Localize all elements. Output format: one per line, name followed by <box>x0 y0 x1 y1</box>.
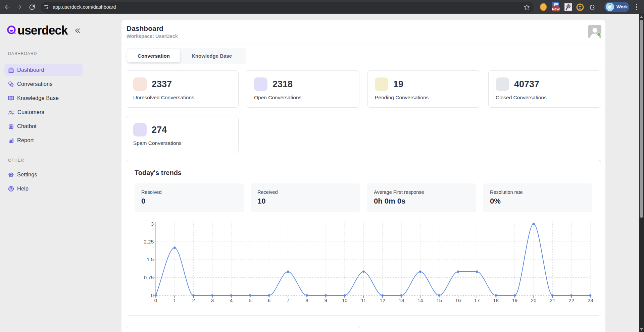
svg-text:14: 14 <box>417 297 423 303</box>
svg-text:0: 0 <box>151 292 154 298</box>
svg-text:23: 23 <box>588 297 593 303</box>
svg-text:1.5: 1.5 <box>147 257 154 262</box>
svg-text:17: 17 <box>474 297 480 303</box>
svg-text:2.25: 2.25 <box>144 239 154 244</box>
svg-text:10: 10 <box>342 297 348 303</box>
svg-text:2: 2 <box>192 297 195 303</box>
svg-text:20: 20 <box>531 297 537 303</box>
svg-text:13: 13 <box>399 297 404 303</box>
svg-text:8: 8 <box>305 297 308 303</box>
svg-text:9: 9 <box>325 297 327 303</box>
svg-text:5: 5 <box>249 297 251 303</box>
svg-text:1: 1 <box>173 297 176 303</box>
svg-text:6: 6 <box>268 297 270 303</box>
svg-text:18: 18 <box>493 297 499 303</box>
svg-text:11: 11 <box>361 297 366 303</box>
svg-text:4: 4 <box>230 297 233 303</box>
svg-text:0: 0 <box>154 297 157 303</box>
svg-text:3: 3 <box>151 221 154 227</box>
svg-text:15: 15 <box>436 297 442 303</box>
svg-text:19: 19 <box>512 297 517 303</box>
svg-text:0.75: 0.75 <box>144 275 154 280</box>
svg-text:22: 22 <box>568 297 574 303</box>
svg-text:7: 7 <box>287 297 289 303</box>
svg-text:16: 16 <box>455 297 461 303</box>
svg-text:3: 3 <box>211 297 214 303</box>
svg-text:12: 12 <box>380 297 385 303</box>
svg-text:21: 21 <box>550 297 555 303</box>
